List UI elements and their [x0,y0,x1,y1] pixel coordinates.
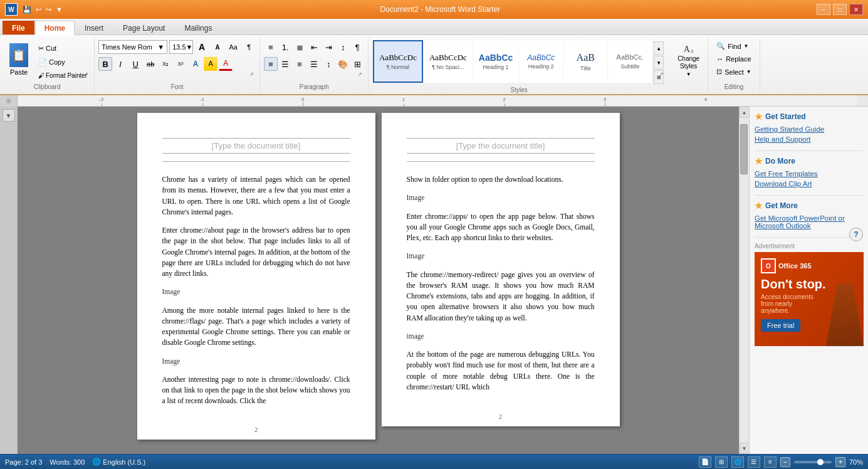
copy-button[interactable]: 📄 Copy [35,57,90,68]
sort-button[interactable]: ↕ [336,40,350,54]
zoom-thumb[interactable] [817,459,824,465]
font-size-selector[interactable]: 13.5 ▼ [169,40,193,54]
bold-button[interactable]: B [98,57,112,71]
tab-mailings[interactable]: Mailings [175,21,221,34]
tab-home[interactable]: Home [35,21,75,35]
dropdown-quick-btn[interactable]: ▼ [55,4,64,14]
show-hide-button[interactable]: ¶ [242,40,256,54]
styles-scroll-down-button[interactable]: ▼ [654,56,664,70]
style-heading1[interactable]: AaBbCc Heading 1 [473,40,518,83]
tab-file[interactable]: File [3,21,34,34]
view-fullscreen-button[interactable]: ⊞ [715,456,728,468]
editing-group: 🔍 Find ▼ ↔ Replace ⊡ Select ▼ Editing [708,38,760,92]
shading-button[interactable]: 🎨 [336,57,350,71]
ruler-corner[interactable]: ⊞ [0,95,18,106]
borders-button[interactable]: ⊞ [350,57,364,71]
change-styles-group-label [673,82,704,92]
subscript-button[interactable]: X₂ [159,57,172,71]
page-right-img1: Image [407,192,595,203]
status-right: 📄 ⊞ 🌐 ☰ ≡ − + 70% [699,456,863,468]
numbering-button[interactable]: 1. [278,40,292,54]
close-button[interactable]: ✕ [849,4,863,15]
tab-pagelayout[interactable]: Page Layout [113,21,174,34]
save-quick-btn[interactable]: 💾 [21,4,33,15]
view-print-button[interactable]: 📄 [699,456,711,468]
cut-button[interactable]: ✂ Cut [35,43,90,54]
change-case-button[interactable]: Aa [226,40,240,54]
tab-insert[interactable]: Insert [75,21,113,34]
paragraph-expand-icon[interactable]: ↗ [358,71,365,79]
page-left-p3: Among the more notable internal pages li… [162,305,350,349]
justify-button[interactable]: ☰ [307,57,321,71]
style-normal[interactable]: AaBbCcDc ¶ Normal [373,40,423,83]
get-powerpoint-link[interactable]: Get Microsoft PowerPoint or Microsoft Ou… [755,214,863,229]
scroll-track[interactable] [740,118,749,443]
left-margin: ▼ [0,107,18,454]
download-clip-art-link[interactable]: Download Clip Art [755,180,863,187]
undo-quick-btn[interactable]: ↩ [34,4,43,15]
decrease-indent-button[interactable]: ⇤ [307,40,321,54]
language-status[interactable]: 🌐 English (U.S.) [92,458,145,466]
words-status[interactable]: Words: 300 [50,458,85,466]
styles-expand-icon[interactable]: ↗ [659,71,667,79]
view-draft-button[interactable]: ≡ [764,456,776,468]
format-painter-button[interactable]: 🖌 Format Painter [35,71,90,80]
change-styles-button[interactable]: A a ChangeStyles ▼ [673,42,704,80]
zoom-slider[interactable] [794,461,832,463]
view-outline-button[interactable]: ☰ [748,456,760,468]
replace-button[interactable]: ↔ Replace [712,53,755,65]
font-shrink-button[interactable]: A [211,40,224,54]
pages-area[interactable]: [Type the document title] Chrome has a v… [18,107,739,454]
italic-button[interactable]: I [113,57,127,71]
zoom-out-button[interactable]: − [780,457,790,467]
align-right-button[interactable]: ≡ [293,57,306,71]
text-effects-button[interactable]: A [189,57,202,71]
ad-label: Advertisement [755,243,863,250]
font-name-selector[interactable]: Times New Rom ▼ [98,40,167,54]
redo-quick-btn[interactable]: ↪ [44,4,53,15]
getting-started-guide-link[interactable]: Getting Started Guide [755,125,863,133]
style-heading2[interactable]: AaBbCc Heading 2 [519,40,563,83]
collapse-margin-button[interactable]: ▼ [3,109,15,122]
line-spacing-button[interactable]: ↕ [322,57,335,71]
help-button[interactable]: ? [849,228,863,241]
scroll-thumb[interactable] [740,124,748,174]
change-styles-dropdown-icon: ▼ [686,71,691,77]
text-highlight-button[interactable]: A [204,57,217,71]
paste-button[interactable]: 📋 Paste [4,40,34,82]
scroll-up-button[interactable]: ▲ [740,107,750,118]
zoom-in-button[interactable]: + [835,457,845,467]
superscript-button[interactable]: X² [174,57,187,71]
view-web-button[interactable]: 🌐 [731,456,744,468]
find-button[interactable]: 🔍 Find ▼ [712,40,753,52]
align-left-button[interactable]: ≡ [264,57,278,71]
paragraph-group-label: Paragraph [264,82,364,92]
clipboard-expand-icon[interactable]: ↗ [84,71,92,79]
page-number-left: 2 [137,426,375,433]
font-grow-button[interactable]: A [195,40,209,54]
underline-button[interactable]: U [128,57,142,71]
word-logo-icon: W [5,3,18,16]
ad-cta-button[interactable]: Free trial [761,319,800,332]
select-button[interactable]: ⊡ Select ▼ [712,66,756,78]
maximize-button[interactable]: □ [833,4,847,15]
increase-indent-button[interactable]: ⇥ [322,40,335,54]
strikethrough-button[interactable]: ab [144,57,157,71]
page-info-status[interactable]: Page: 2 of 3 [5,458,42,466]
ad-banner[interactable]: O Office 365 Don't stop. Access document… [755,252,864,346]
bullets-button[interactable]: ≡ [264,40,278,54]
style-title[interactable]: AaB Title [563,40,607,83]
help-support-link[interactable]: Help and Support [755,135,863,143]
minimize-button[interactable]: − [817,4,830,15]
styles-scroll-up-button[interactable]: ▲ [654,41,664,55]
multilevel-list-button[interactable]: ≣ [293,40,306,54]
align-center-button[interactable]: ☰ [278,57,292,71]
font-expand-icon[interactable]: ↗ [249,71,257,79]
show-formatting-button[interactable]: ¶ [350,40,364,54]
scroll-down-button[interactable]: ▼ [740,443,750,454]
style-no-spacing[interactable]: AaBbCcDc ¶ No Spaci... [424,40,473,83]
style-subtitle[interactable]: AaBbCc. Subtitle [608,40,652,83]
free-templates-link[interactable]: Get Free Templates [755,170,863,177]
do-more-title: Do More [765,157,795,166]
font-color-button[interactable]: A [219,57,233,71]
